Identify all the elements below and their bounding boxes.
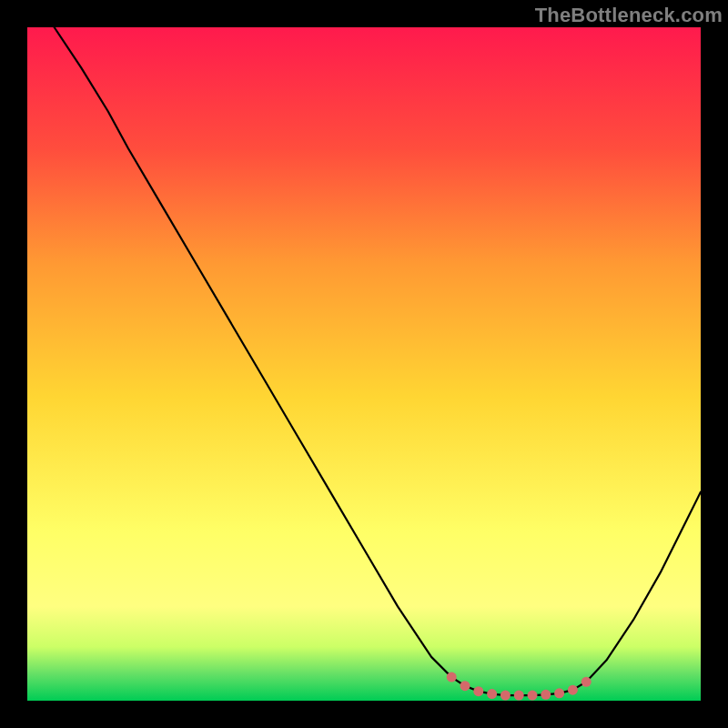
- trough-dot: [541, 690, 551, 700]
- chart-container: TheBottleneck.com: [0, 0, 728, 728]
- trough-dot: [500, 691, 511, 701]
- trough-dot: [447, 672, 457, 682]
- attribution-label: TheBottleneck.com: [535, 4, 723, 27]
- trough-dot: [528, 691, 538, 701]
- gradient-background: [27, 27, 701, 701]
- bottleneck-chart: [27, 27, 701, 701]
- trough-dot: [581, 677, 592, 687]
- trough-dot: [568, 685, 578, 695]
- trough-dot: [514, 691, 524, 701]
- trough-dot: [473, 686, 483, 696]
- trough-dot: [460, 681, 470, 691]
- trough-dot: [487, 689, 497, 699]
- trough-dot: [554, 688, 564, 698]
